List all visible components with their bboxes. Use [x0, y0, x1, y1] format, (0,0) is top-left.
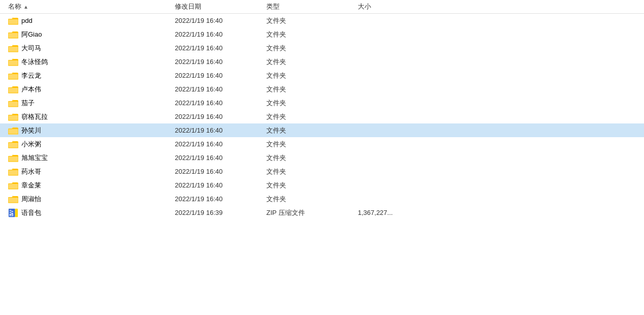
file-name-label: 药水哥 [21, 167, 41, 176]
file-explorer: 名称 ▲ 修改日期 类型 大小 pdd2022/1/19 16:40文件夹 阿G [0, 0, 644, 315]
table-row[interactable]: 孙笑川2022/1/19 16:40文件夹 [0, 123, 644, 137]
folder-icon [8, 140, 18, 148]
file-name-cell: 大司马 [0, 44, 173, 53]
file-name-label: 旭旭宝宝 [21, 153, 48, 163]
file-type-cell: 文件夹 [264, 126, 356, 135]
folder-icon [8, 154, 18, 162]
svg-rect-15 [9, 60, 18, 66]
svg-rect-59 [10, 212, 12, 213]
file-type-cell: ZIP 压缩文件 [264, 208, 356, 217]
svg-rect-7 [9, 33, 18, 38]
svg-rect-35 [9, 129, 18, 134]
folder-icon [8, 99, 18, 107]
file-list: pdd2022/1/19 16:40文件夹 阿Giao2022/1/19 16:… [0, 14, 644, 219]
file-name-cell: 李云龙 [0, 71, 173, 80]
file-name-label: 冬泳怪鸽 [21, 57, 48, 67]
file-date-cell: 2022/1/19 16:40 [173, 154, 264, 162]
header-size[interactable]: 大小 [356, 2, 432, 11]
folder-icon [8, 168, 18, 176]
file-name-cell: 章金莱 [0, 181, 173, 190]
file-type-cell: 文件夹 [264, 71, 356, 80]
file-name-cell: 药水哥 [0, 167, 173, 176]
table-row[interactable]: 小米粥2022/1/19 16:40文件夹 [0, 137, 644, 151]
file-name-label: 卢本伟 [21, 85, 41, 94]
file-date-cell: 2022/1/19 16:40 [173, 181, 264, 189]
file-name-label: pdd [21, 17, 33, 24]
file-date-cell: 2022/1/19 16:40 [173, 58, 264, 66]
file-date-cell: 2022/1/19 16:40 [173, 99, 264, 107]
folder-icon [8, 113, 18, 121]
svg-rect-19 [9, 74, 18, 79]
table-row[interactable]: ZIP 语音包2022/1/19 16:39ZIP 压缩文件1,367,227.… [0, 206, 644, 219]
table-row[interactable]: 冬泳怪鸽2022/1/19 16:40文件夹 [0, 55, 644, 69]
svg-rect-60 [11, 211, 13, 212]
zip-icon: ZIP [8, 208, 18, 218]
header-name-label: 名称 [8, 2, 21, 11]
svg-rect-3 [9, 19, 18, 24]
file-name-label: 窃格瓦拉 [21, 112, 48, 121]
table-row[interactable]: 卢本伟2022/1/19 16:40文件夹 [0, 82, 644, 96]
file-name-label: 孙笑川 [21, 126, 41, 135]
file-date-cell: 2022/1/19 16:40 [173, 44, 264, 52]
file-name-cell: 卢本伟 [0, 85, 173, 94]
folder-icon [8, 195, 18, 203]
table-row[interactable]: 药水哥2022/1/19 16:40文件夹 [0, 165, 644, 178]
header-type-label: 类型 [266, 3, 280, 10]
file-type-cell: 文件夹 [264, 167, 356, 176]
file-date-cell: 2022/1/19 16:40 [173, 30, 264, 38]
header-date[interactable]: 修改日期 [173, 2, 264, 11]
file-type-cell: 文件夹 [264, 57, 356, 67]
table-row[interactable]: 阿Giao2022/1/19 16:40文件夹 [0, 27, 644, 41]
svg-text:ZIP: ZIP [10, 214, 13, 216]
folder-icon [8, 30, 18, 39]
file-size-cell: 1,367,227... [356, 209, 432, 216]
table-row[interactable]: 旭旭宝宝2022/1/19 16:40文件夹 [0, 151, 644, 165]
file-type-cell: 文件夹 [264, 181, 356, 190]
header-name[interactable]: 名称 ▲ [0, 2, 173, 11]
file-type-cell: 文件夹 [264, 44, 356, 53]
file-name-cell: 旭旭宝宝 [0, 153, 173, 163]
file-name-label: 小米粥 [21, 140, 41, 149]
file-name-cell: 周淑怡 [0, 195, 173, 204]
file-name-label: 章金莱 [21, 181, 41, 190]
file-date-cell: 2022/1/19 16:40 [173, 195, 264, 203]
header-date-label: 修改日期 [175, 3, 201, 10]
file-type-cell: 文件夹 [264, 85, 356, 94]
file-date-cell: 2022/1/19 16:40 [173, 127, 264, 134]
table-row[interactable]: 李云龙2022/1/19 16:40文件夹 [0, 69, 644, 82]
svg-rect-58 [10, 210, 12, 211]
table-row[interactable]: 周淑怡2022/1/19 16:40文件夹 [0, 192, 644, 206]
svg-rect-51 [9, 184, 18, 189]
table-row[interactable]: 大司马2022/1/19 16:40文件夹 [0, 41, 644, 55]
svg-rect-55 [9, 198, 18, 203]
file-name-cell: 茄子 [0, 99, 173, 108]
file-name-label: 周淑怡 [21, 195, 41, 204]
file-name-cell: 小米粥 [0, 140, 173, 149]
table-row[interactable]: 窃格瓦拉2022/1/19 16:40文件夹 [0, 110, 644, 123]
file-name-label: 语音包 [21, 208, 41, 217]
header-type[interactable]: 类型 [264, 2, 356, 11]
file-date-cell: 2022/1/19 16:40 [173, 72, 264, 79]
header-size-label: 大小 [358, 3, 371, 10]
svg-rect-23 [9, 88, 18, 93]
file-name-cell: ZIP 语音包 [0, 208, 173, 218]
sort-arrow-icon: ▲ [23, 4, 28, 10]
file-name-cell: 冬泳怪鸽 [0, 57, 173, 67]
table-row[interactable]: 茄子2022/1/19 16:40文件夹 [0, 96, 644, 110]
svg-rect-39 [9, 143, 18, 148]
file-name-cell: 窃格瓦拉 [0, 112, 173, 121]
file-name-label: 大司马 [21, 44, 41, 53]
file-type-cell: 文件夹 [264, 140, 356, 149]
file-name-label: 阿Giao [21, 30, 42, 39]
table-row[interactable]: pdd2022/1/19 16:40文件夹 [0, 14, 644, 27]
file-type-cell: 文件夹 [264, 99, 356, 108]
file-name-cell: 阿Giao [0, 30, 173, 39]
folder-icon [8, 58, 18, 66]
svg-rect-43 [9, 156, 18, 162]
file-type-cell: 文件夹 [264, 112, 356, 121]
table-row[interactable]: 章金莱2022/1/19 16:40文件夹 [0, 178, 644, 192]
file-date-cell: 2022/1/19 16:39 [173, 209, 264, 216]
file-date-cell: 2022/1/19 16:40 [173, 113, 264, 120]
file-name-label: 李云龙 [21, 71, 41, 80]
file-name-cell: 孙笑川 [0, 126, 173, 135]
